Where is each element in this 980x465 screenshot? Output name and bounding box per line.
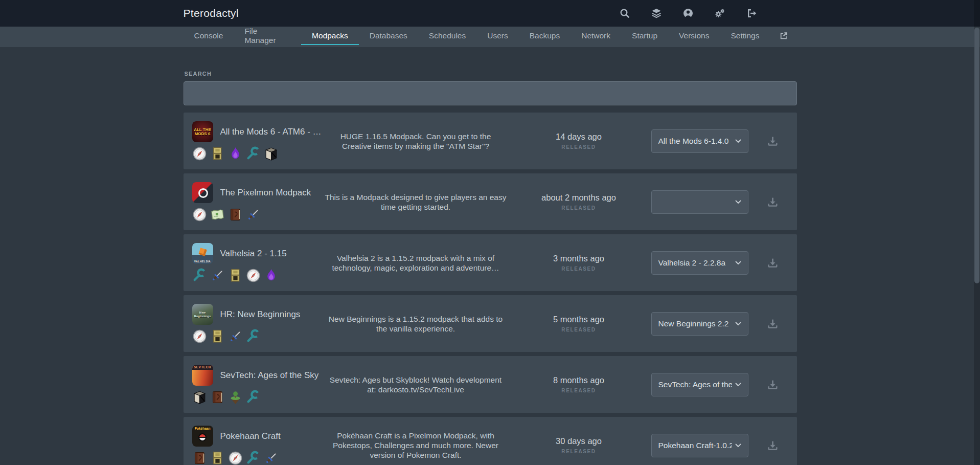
search-label: SEARCH <box>185 71 797 77</box>
search-icon[interactable] <box>619 8 630 19</box>
modpack-release: 5 months agoRELEASED <box>507 315 651 333</box>
user-icon[interactable] <box>682 8 694 19</box>
modpack-logo-text: SEVTECH <box>192 365 213 386</box>
version-cell: Valhelsia 2 - 2.2.8a <box>651 251 748 275</box>
tab-versions[interactable]: Versions <box>668 27 720 45</box>
chevron-down-icon <box>735 200 741 204</box>
sword-icon <box>228 329 243 344</box>
download-button[interactable] <box>767 196 778 207</box>
scrollbar[interactable] <box>974 0 980 465</box>
tab-users[interactable]: Users <box>476 27 518 45</box>
version-select[interactable] <box>651 190 748 214</box>
version-select-value: SevTech: Ages of the S <box>658 380 732 389</box>
search-input[interactable] <box>184 81 797 105</box>
release-date: 8 months ago <box>507 375 651 385</box>
download-cell <box>748 318 797 329</box>
version-select[interactable]: Valhelsia 2 - 2.2.8a <box>651 251 748 275</box>
modpack-category-icons <box>192 451 325 465</box>
release-date: about 2 months ago <box>507 193 651 203</box>
tab-modpacks[interactable]: Modpacks <box>301 27 359 45</box>
modpack-summary: New BeginningsHR: New Beginnings <box>184 304 325 344</box>
tab-settings[interactable]: Settings <box>720 27 770 45</box>
version-cell: All the Mods 6-1.4.0 <box>651 129 748 153</box>
logout-icon[interactable] <box>746 8 757 19</box>
download-icon <box>767 196 778 207</box>
modpack-name: Valhelsia 2 - 1.15 <box>220 249 287 259</box>
modpack-row: SEVTECHSevTech: Ages of the SkySevtech: … <box>184 356 797 413</box>
tab-schedules[interactable]: Schedules <box>418 27 476 45</box>
modpack-logo: SEVTECH <box>192 365 213 386</box>
version-select[interactable]: Pokehaan Craft-1.0.2.z <box>651 434 748 457</box>
version-select-value: Valhelsia 2 - 2.2.8a <box>658 258 726 268</box>
wrench-icon <box>246 390 261 405</box>
book-icon <box>210 390 225 405</box>
modpack-logo: VALHELSIA <box>192 243 213 264</box>
modpack-logo-text <box>192 182 213 203</box>
modpack-summary: The Pixelmon Modpack <box>184 182 325 222</box>
modpack-logo <box>192 182 213 203</box>
version-select[interactable]: New Beginnings 2.2 <box>651 312 748 336</box>
tab-backups[interactable]: Backups <box>519 27 571 45</box>
version-cell: SevTech: Ages of the S <box>651 373 748 396</box>
download-button[interactable] <box>767 318 778 329</box>
download-button[interactable] <box>767 136 778 146</box>
version-select[interactable]: All the Mods 6-1.4.0 <box>651 129 748 153</box>
layers-icon[interactable] <box>651 8 662 19</box>
download-icon <box>767 379 778 390</box>
modpack-summary: VALHELSIAValhelsia 2 - 1.15 <box>184 243 325 283</box>
sword-icon <box>264 451 279 465</box>
chevron-down-icon <box>735 261 741 265</box>
crate-icon <box>264 146 279 161</box>
version-select[interactable]: SevTech: Ages of the S <box>651 373 748 396</box>
modpack-name: SevTech: Ages of the Sky <box>220 370 319 381</box>
book-icon <box>228 207 243 222</box>
modpack-release: 3 months agoRELEASED <box>507 254 651 272</box>
modpack-name: HR: New Beginnings <box>220 309 301 320</box>
download-button[interactable] <box>767 379 778 390</box>
chest-icon <box>210 146 225 161</box>
modpack-logo: New Beginnings <box>192 304 213 325</box>
modpack-name: All the Mods 6 - ATM6 - … <box>220 127 322 137</box>
modpack-summary: ALL THE MODS 6All the Mods 6 - ATM6 - … <box>184 121 325 161</box>
modpack-name: Pokehaan Craft <box>220 431 281 441</box>
download-button[interactable] <box>767 440 778 451</box>
download-button[interactable] <box>767 257 778 268</box>
version-cell <box>651 190 748 214</box>
map-icon <box>210 207 225 222</box>
tab-file-manager[interactable]: File Manager <box>234 27 301 45</box>
modpack-description: Sevtech: Ages but Skyblock! Watch develo… <box>325 375 507 394</box>
modpack-row: ALL THE MODS 6All the Mods 6 - ATM6 - …H… <box>184 113 797 169</box>
book-icon <box>192 451 207 465</box>
modpack-description: Valhelsia 2 is a 1.15.2 modpack with a m… <box>325 253 507 273</box>
tab-databases[interactable]: Databases <box>359 27 418 45</box>
app-title: Pterodactyl <box>184 7 239 19</box>
wrench-icon <box>246 451 261 465</box>
release-date: 14 days ago <box>507 132 651 142</box>
modpack-row: PokéhaanPokehaan CraftPokéhaan Craft is … <box>184 417 797 465</box>
sword-icon <box>246 207 261 222</box>
flame-icon <box>264 268 279 283</box>
released-label: RELEASED <box>507 144 651 150</box>
external-link-icon[interactable] <box>770 27 797 45</box>
modpack-summary: SEVTECHSevTech: Ages of the Sky <box>184 365 325 405</box>
version-cell: New Beginnings 2.2 <box>651 312 748 336</box>
download-cell <box>748 440 797 451</box>
gears-icon[interactable] <box>714 8 725 19</box>
modpack-category-icons <box>192 390 325 405</box>
tab-network[interactable]: Network <box>571 27 621 45</box>
version-select-value: New Beginnings 2.2 <box>658 319 729 328</box>
scrollbar-thumb[interactable] <box>974 28 979 283</box>
header-icon-bar <box>619 8 797 19</box>
modpack-name: The Pixelmon Modpack <box>220 188 311 198</box>
modpack-description: New Beginnings is a 1.15.2 modpack that … <box>325 314 507 334</box>
download-icon <box>767 136 778 146</box>
download-cell <box>748 196 797 207</box>
tab-startup[interactable]: Startup <box>621 27 668 45</box>
version-select-value: All the Mods 6-1.4.0 <box>658 137 729 146</box>
modpack-release: 8 months agoRELEASED <box>507 375 651 393</box>
tab-console[interactable]: Console <box>184 27 234 45</box>
download-icon <box>767 440 778 451</box>
modpack-list: ALL THE MODS 6All the Mods 6 - ATM6 - …H… <box>184 113 797 465</box>
modpack-row: New BeginningsHR: New BeginningsNew Begi… <box>184 295 797 352</box>
download-cell <box>748 379 797 390</box>
